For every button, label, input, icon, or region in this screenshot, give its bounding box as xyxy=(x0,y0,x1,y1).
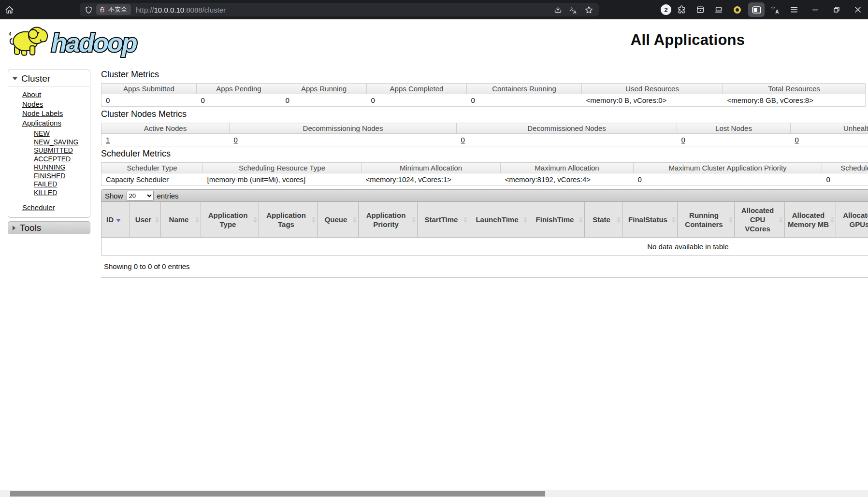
minimize-icon[interactable] xyxy=(808,2,823,17)
active-nodes-link[interactable]: 1 xyxy=(106,136,110,144)
decommissioned-nodes-link[interactable]: 0 xyxy=(461,136,465,144)
col-active-nodes: Active Nodes xyxy=(101,123,230,134)
col-allocated-gpus[interactable]: Allocated GPUs xyxy=(836,202,868,238)
hadoop-logo-text: hadoop xyxy=(51,28,137,57)
scheduler-metrics-table: Scheduler Type Scheduling Resource Type … xyxy=(101,162,868,186)
home-icon[interactable] xyxy=(2,2,16,17)
col-maximum-allocation: Maximum Allocation xyxy=(501,163,634,173)
sort-icon xyxy=(779,217,783,223)
save-page-icon[interactable] xyxy=(550,2,565,17)
extensions-icon[interactable] xyxy=(675,2,689,17)
empty-message: No data available in table xyxy=(101,238,868,256)
sidebar-item-state-submitted[interactable]: SUBMITTED xyxy=(34,146,90,155)
cluster-metrics-table: Apps Submitted Apps Pending Apps Running… xyxy=(101,83,866,107)
sort-icon xyxy=(729,217,733,223)
apps-running-value: 0 xyxy=(281,94,367,107)
lost-nodes-link[interactable]: 0 xyxy=(681,136,685,144)
col-application-priority[interactable]: Application Priority xyxy=(359,202,418,238)
col-finalstatus[interactable]: FinalStatus xyxy=(622,202,678,238)
max-cluster-app-priority-value: 0 xyxy=(634,173,822,186)
total-resources-value: <memory:8 GB, vCores:8> xyxy=(723,94,866,107)
shield-icon[interactable] xyxy=(83,2,94,17)
security-badge[interactable]: 不安全 xyxy=(96,4,131,15)
maximum-allocation-value: <memory:8192, vCores:4> xyxy=(501,173,634,186)
col-state[interactable]: State xyxy=(585,202,622,238)
col-allocated-memory-mb[interactable]: Allocated Memory MB xyxy=(785,202,836,238)
sort-icon xyxy=(253,217,257,223)
bookmark-star-icon[interactable] xyxy=(581,2,596,17)
menu-icon[interactable] xyxy=(787,2,801,17)
used-resources-value: <memory:0 B, vCores:0> xyxy=(582,94,723,107)
device-icon[interactable] xyxy=(711,2,726,17)
sidebar-item-state-failed[interactable]: FAILED xyxy=(34,180,90,189)
apps-submitted-value: 0 xyxy=(101,94,197,107)
col-finishtime[interactable]: FinishTime xyxy=(529,202,585,238)
decommissioned-nodes-value: 0 xyxy=(457,134,677,146)
sidebar-item-state-new[interactable]: NEW xyxy=(34,129,90,138)
applications-table: ID User Name Application Type Applicatio… xyxy=(101,202,868,256)
cluster-section-label: Cluster xyxy=(21,73,50,84)
page-viewport: hadoop All Applications Cluster About No… xyxy=(0,19,868,490)
col-id[interactable]: ID xyxy=(101,202,130,238)
col-application-type[interactable]: Application Type xyxy=(201,202,259,238)
col-starttime[interactable]: StartTime xyxy=(418,202,469,238)
col-containers-running: Containers Running xyxy=(467,84,582,94)
col-minimum-allocation: Minimum Allocation xyxy=(362,163,501,173)
read-aloud-translate-icon[interactable]: 中 A xyxy=(768,2,783,17)
horizontal-scrollbar[interactable] xyxy=(0,490,868,497)
chevron-right-icon xyxy=(13,226,15,230)
col-allocated-cpu-vcores[interactable]: Allocated CPU VCores xyxy=(735,202,785,238)
col-lost-nodes: Lost Nodes xyxy=(677,123,791,134)
sort-icon xyxy=(353,217,357,223)
containers-running-value: 0 xyxy=(467,94,582,107)
col-queue[interactable]: Queue xyxy=(318,202,359,238)
sidebar-item-state-running[interactable]: RUNNING xyxy=(34,163,90,172)
scheduler-metrics-row: Capacity Scheduler [memory-mb (unit=Mi),… xyxy=(101,173,868,186)
col-decommissioned-nodes: Decommissioned Nodes xyxy=(457,123,677,134)
sidebar-item-node-labels[interactable]: Node Labels xyxy=(22,109,90,118)
sort-icon xyxy=(579,217,583,223)
url-scheme: http:// xyxy=(136,6,154,14)
col-user[interactable]: User xyxy=(130,202,161,238)
sidebar-item-applications[interactable]: Applications xyxy=(22,118,90,128)
sidebar-section-cluster[interactable]: Cluster xyxy=(8,70,90,87)
sidebar-item-state-accepted[interactable]: ACCEPTED xyxy=(34,155,90,164)
col-total-resources: Total Resources xyxy=(723,84,866,94)
scrollbar-thumb[interactable] xyxy=(10,491,545,497)
col-application-tags[interactable]: Application Tags xyxy=(259,202,318,238)
col-launchtime[interactable]: LaunchTime xyxy=(469,202,529,238)
unhealthy-nodes-link[interactable]: 0 xyxy=(795,136,799,144)
sidebar-item-scheduler[interactable]: Scheduler xyxy=(22,203,55,212)
sidebar-item-state-killed[interactable]: KILLED xyxy=(34,189,90,198)
url-host: 10.0.0.10 xyxy=(154,6,185,14)
url-path: :8088/cluster xyxy=(184,6,226,14)
recording-ring-icon[interactable] xyxy=(730,2,744,17)
active-nodes-value: 1 xyxy=(101,134,230,146)
col-decommissioning-nodes: Decommissioning Nodes xyxy=(230,123,457,134)
sidebar-item-nodes[interactable]: Nodes xyxy=(22,99,90,109)
sidebar-item-about[interactable]: About xyxy=(22,90,90,99)
col-apps-completed: Apps Completed xyxy=(367,84,467,94)
sidebar-item-state-new-saving[interactable]: NEW_SAVING xyxy=(34,138,90,147)
address-bar[interactable]: 不安全 http://10.0.0.10:8088/cluster 文 A xyxy=(80,3,599,16)
cluster-metrics-heading: Cluster Metrics xyxy=(101,70,868,80)
sidebar-item-state-finished[interactable]: FINISHED xyxy=(34,172,90,181)
translate-icon[interactable]: 文 A xyxy=(566,2,580,17)
applications-header-row: ID User Name Application Type Applicatio… xyxy=(101,202,868,238)
apps-pending-value: 0 xyxy=(197,94,281,107)
hadoop-elephant-icon xyxy=(10,27,47,55)
cluster-metrics-row: 0 0 0 0 0 <memory:0 B, vCores:0> <memory… xyxy=(101,94,866,107)
profile-badge[interactable]: 2 xyxy=(661,4,671,15)
svg-text:中: 中 xyxy=(771,5,775,10)
collections-icon[interactable] xyxy=(693,2,708,17)
close-icon[interactable] xyxy=(851,2,865,17)
table-length-bar: Show 20 entries xyxy=(101,189,868,202)
empty-row: No data available in table xyxy=(101,238,868,256)
restore-window-icon[interactable] xyxy=(829,2,844,17)
decommissioning-nodes-link[interactable]: 0 xyxy=(234,136,238,144)
col-running-containers[interactable]: Running Containers xyxy=(678,202,735,238)
sidebar-panel-icon[interactable] xyxy=(748,2,765,17)
page-size-select[interactable]: 20 xyxy=(127,191,154,200)
sidebar-section-tools[interactable]: Tools xyxy=(8,221,90,234)
col-name[interactable]: Name xyxy=(161,202,201,238)
